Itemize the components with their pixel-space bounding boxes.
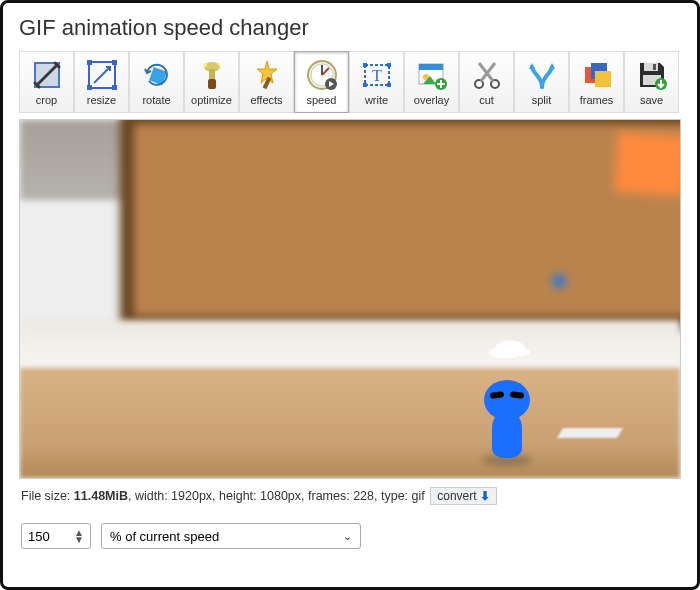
tool-split[interactable]: split: [514, 51, 569, 113]
tool-frames[interactable]: frames: [569, 51, 624, 113]
filesize-label: File size:: [21, 489, 74, 503]
svg-rect-17: [363, 63, 367, 67]
height-label: , height:: [212, 489, 260, 503]
svg-rect-18: [387, 63, 391, 67]
frames-value: 228: [353, 489, 374, 503]
effects-icon: [250, 58, 284, 92]
svg-text:T: T: [372, 67, 382, 84]
speed-unit-label: % of current speed: [110, 529, 219, 544]
tool-label-speed: speed: [307, 94, 337, 106]
svg-rect-20: [387, 83, 391, 87]
convert-label: convert: [437, 489, 476, 503]
file-info: File size: 11.48MiB, width: 1920px, heig…: [19, 479, 681, 519]
speed-controls: 150 ▲▼ % of current speed ⌄: [19, 519, 681, 553]
tool-label-crop: crop: [36, 94, 57, 106]
svg-rect-8: [209, 69, 215, 79]
svg-rect-9: [208, 79, 216, 89]
svg-point-11: [217, 63, 220, 66]
convert-button[interactable]: convert ⬇: [430, 487, 497, 505]
svg-rect-23: [419, 64, 443, 70]
tool-optimize[interactable]: optimize: [184, 51, 239, 113]
tool-effects[interactable]: effects: [239, 51, 294, 113]
tool-speed[interactable]: speed: [294, 51, 349, 113]
split-icon: [525, 58, 559, 92]
svg-rect-32: [653, 64, 656, 70]
speed-value: 150: [28, 529, 50, 544]
tool-cut[interactable]: cut: [459, 51, 514, 113]
type-label: , type:: [374, 489, 412, 503]
type-value: gif: [412, 489, 425, 503]
rotate-icon: [140, 58, 174, 92]
svg-rect-5: [112, 85, 117, 90]
width-label: , width:: [128, 489, 171, 503]
overlay-icon: [415, 58, 449, 92]
svg-rect-3: [112, 60, 117, 65]
tool-label-rotate: rotate: [142, 94, 170, 106]
speed-value-input[interactable]: 150 ▲▼: [21, 523, 91, 549]
cut-icon: [470, 58, 504, 92]
tool-label-effects: effects: [250, 94, 282, 106]
width-value: 1920px: [171, 489, 212, 503]
optimize-icon: [195, 58, 229, 92]
tool-label-split: split: [532, 94, 552, 106]
download-icon: ⬇: [480, 489, 490, 503]
tool-crop[interactable]: crop: [19, 51, 74, 113]
save-icon: [635, 58, 669, 92]
resize-icon: [85, 58, 119, 92]
svg-rect-19: [363, 83, 367, 87]
svg-rect-4: [87, 85, 92, 90]
number-stepper-icon[interactable]: ▲▼: [74, 529, 84, 543]
tool-write[interactable]: T write: [349, 51, 404, 113]
tool-rotate[interactable]: rotate: [129, 51, 184, 113]
tool-label-resize: resize: [87, 94, 116, 106]
crop-icon: [30, 58, 64, 92]
height-value: 1080px: [260, 489, 301, 503]
tool-label-write: write: [365, 94, 388, 106]
write-icon: T: [360, 58, 394, 92]
tool-resize[interactable]: resize: [74, 51, 129, 113]
svg-rect-2: [87, 60, 92, 65]
tool-save[interactable]: save: [624, 51, 679, 113]
svg-rect-30: [595, 71, 611, 87]
tool-label-cut: cut: [479, 94, 494, 106]
speed-unit-select[interactable]: % of current speed ⌄: [101, 523, 361, 549]
toolbar: crop resize rotate: [19, 51, 681, 113]
chevron-down-icon: ⌄: [343, 530, 352, 543]
page-title: GIF animation speed changer: [19, 15, 681, 41]
tool-label-frames: frames: [580, 94, 614, 106]
tool-label-overlay: overlay: [414, 94, 449, 106]
tool-label-save: save: [640, 94, 663, 106]
frames-label: , frames:: [301, 489, 353, 503]
tool-overlay[interactable]: overlay: [404, 51, 459, 113]
frames-icon: [580, 58, 614, 92]
tool-label-optimize: optimize: [191, 94, 232, 106]
speed-icon: [305, 58, 339, 92]
filesize-value: 11.48MiB: [74, 489, 128, 503]
gif-preview: [19, 119, 681, 479]
svg-point-10: [203, 63, 207, 67]
